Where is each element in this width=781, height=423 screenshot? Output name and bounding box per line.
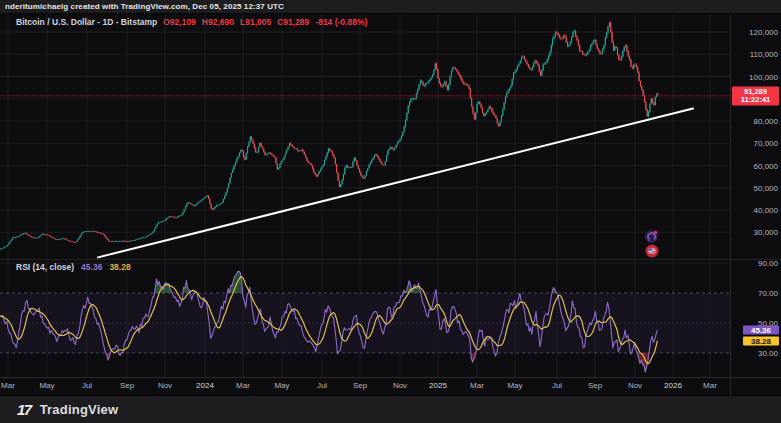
time-tick-label: 2026 <box>653 381 693 390</box>
time-tick-label: 2024 <box>185 381 225 390</box>
time-tick-label: Sep <box>340 381 380 390</box>
last-price-badge: 91,28911:22:41 <box>732 86 779 105</box>
ohlc-o: O92,109 <box>163 17 196 27</box>
ohlc-l: L91,005 <box>240 17 271 27</box>
footer-bar: 17 TradingView <box>0 395 781 423</box>
time-tick-label: 2025 <box>418 381 458 390</box>
ohlc-values: O92,109H92,690L91,005C91,289 <box>163 17 309 27</box>
time-tick-label: Nov <box>615 381 655 390</box>
time-tick-label: Nov <box>145 381 185 390</box>
time-tick-label: Mar <box>690 381 730 390</box>
tradingview-wordmark[interactable]: TradingView <box>40 402 119 417</box>
tradingview-logo-icon[interactable]: 17 <box>17 403 31 417</box>
candlestick-series <box>0 21 659 250</box>
time-tick-label: May <box>495 381 535 390</box>
rsi-ma-value-badge: 38.28 <box>743 336 779 345</box>
price-tick-label: 70,000 <box>733 139 778 148</box>
time-tick-label: May <box>262 381 302 390</box>
sticker-red-badge[interactable] <box>645 244 659 262</box>
time-tick-label: Mar <box>223 381 263 390</box>
rsi-value-badge: 45.36 <box>743 325 779 334</box>
chart-canvas[interactable] <box>0 0 781 395</box>
time-tick-label: May <box>27 381 67 390</box>
price-tick-label: 110,000 <box>733 50 778 59</box>
price-tick-label: 40,000 <box>733 206 778 215</box>
tradingview-snapshot: nderitumichaelg created with TradingView… <box>0 0 781 423</box>
time-tick-label: Jul <box>537 381 577 390</box>
time-tick-label: Mar <box>0 381 28 390</box>
price-tick-label: 120,000 <box>733 28 778 37</box>
rsi-tick-label: 30.00 <box>733 349 778 358</box>
rsi-tick-label: 70.00 <box>733 289 778 298</box>
rsi-tick-label: 90.00 <box>733 259 778 268</box>
time-tick-label: Nov <box>380 381 420 390</box>
rsi-ma-legend-value: 38.28 <box>109 262 130 272</box>
rsi-legend-title: RSI (14, close) <box>16 262 74 272</box>
change-value: -814 (-0.88%) <box>315 17 367 27</box>
ohlc-h: H92,690 <box>202 17 234 27</box>
price-tick-label: 30,000 <box>733 228 778 237</box>
rsi-legend: RSI (14, close) 45.36 38.28 <box>16 262 131 272</box>
time-tick-label: Sep <box>107 381 147 390</box>
trendline-drawing[interactable] <box>98 109 693 258</box>
time-tick-label: Mar <box>457 381 497 390</box>
time-tick-label: Jul <box>302 381 342 390</box>
price-tick-label: 50,000 <box>733 183 778 192</box>
symbol-title: Bitcoin / U.S. Dollar - 1D - Bitstamp <box>16 17 157 27</box>
time-tick-label: Jul <box>67 381 107 390</box>
price-tick-label: 100,000 <box>733 72 778 81</box>
ohlc-c: C91,289 <box>277 17 309 27</box>
rsi-legend-value: 45.36 <box>81 262 102 272</box>
price-tick-label: 60,000 <box>733 161 778 170</box>
time-tick-label: Sep <box>575 381 615 390</box>
price-tick-label: 80,000 <box>733 117 778 126</box>
symbol-legend: Bitcoin / U.S. Dollar - 1D - Bitstamp O9… <box>16 17 367 27</box>
